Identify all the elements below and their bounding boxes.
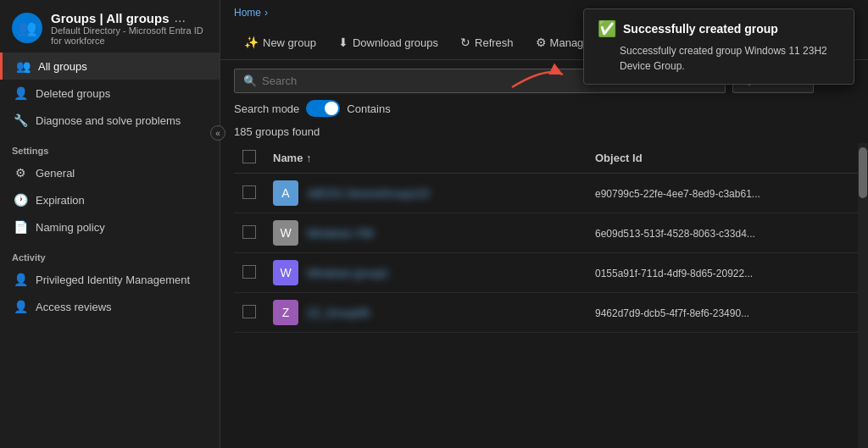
sidebar: 👥 Groups | All groups ... Default Direct… xyxy=(0,0,220,448)
select-all-checkbox[interactable] xyxy=(242,150,256,163)
sidebar-collapse-btn[interactable]: « xyxy=(210,125,225,141)
search-mode-value: Contains xyxy=(347,102,390,115)
groups-table: Name ↑ Object Id A ABCD1 DeviceGroup123 … xyxy=(234,143,868,333)
download-icon: ⬇ xyxy=(338,36,348,49)
group-name[interactable]: ZZ_Group99 xyxy=(307,307,370,319)
group-name[interactable]: Windows-768 xyxy=(307,227,374,240)
activity-section-title: Activity xyxy=(0,241,220,266)
toast-title: Successfully created group xyxy=(623,22,778,36)
sidebar-item-expiration[interactable]: 🕐 Expiration xyxy=(0,186,220,213)
group-name-cell: W Windows-768 xyxy=(273,220,578,246)
search-mode-row: Search mode Contains xyxy=(234,100,854,117)
search-mode-toggle[interactable] xyxy=(306,100,340,117)
app-icon: 👥 xyxy=(12,13,42,43)
row-checkbox-0[interactable] xyxy=(242,185,256,199)
table-row: W Windows group1 0155a91f-711d-4df9-8d65… xyxy=(234,253,868,293)
table-header-row: Name ↑ Object Id xyxy=(234,143,868,174)
row-checkbox-1[interactable] xyxy=(242,225,256,239)
pim-icon: 👤 xyxy=(12,273,29,286)
sidebar-item-access-reviews[interactable]: 👤 Access reviews xyxy=(0,293,220,320)
search-icon: 🔍 xyxy=(243,75,257,87)
refresh-icon: ↻ xyxy=(460,36,470,49)
sidebar-item-deleted-groups[interactable]: 👤 Deleted groups xyxy=(0,80,220,107)
more-options-icon[interactable]: ... xyxy=(174,10,185,25)
group-name[interactable]: Windows group1 xyxy=(307,267,389,279)
table-row: Z ZZ_Group99 9462d7d9-dcb5-4f7f-8ef6-234… xyxy=(234,293,868,333)
settings-section-title: Settings xyxy=(0,134,220,159)
page-title: Groups | All groups xyxy=(51,11,169,25)
toast-header: ✅ Successfully created group xyxy=(598,19,840,38)
toast-body: Successfully created group Windows 11 23… xyxy=(598,43,840,74)
manage-view-icon: ⚙ xyxy=(536,36,547,49)
sidebar-item-pim[interactable]: 👤 Privileged Identity Management xyxy=(0,266,220,293)
header-objectid[interactable]: Object Id xyxy=(587,143,868,174)
table-row: A ABCD1 DeviceGroup123 e90799c5-22fe-4ee… xyxy=(234,174,868,213)
naming-policy-icon: 📄 xyxy=(12,220,29,234)
sidebar-item-diagnose[interactable]: 🔧 Diagnose and solve problems xyxy=(0,107,220,134)
refresh-button[interactable]: ↻ Refresh xyxy=(450,30,524,54)
expiration-icon: 🕐 xyxy=(12,193,29,207)
breadcrumb-home[interactable]: Home xyxy=(234,7,261,19)
table-wrapper: Name ↑ Object Id A ABCD1 DeviceGroup123 … xyxy=(234,143,868,448)
breadcrumb-separator: › xyxy=(264,7,268,19)
table-area: Name ↑ Object Id A ABCD1 DeviceGroup123 … xyxy=(220,143,868,448)
row-checkbox-2[interactable] xyxy=(242,265,256,279)
group-name-cell: A ABCD1 DeviceGroup123 xyxy=(273,180,578,206)
header-checkbox-col xyxy=(234,143,264,174)
scroll-thumb[interactable] xyxy=(859,147,867,198)
main-content: Home › ✨ New group ⬇ Download groups ↻ R… xyxy=(220,0,868,448)
scrollbar[interactable] xyxy=(858,143,868,448)
table-row: W Windows-768 6e09d513-513f-4528-8063-c3… xyxy=(234,213,868,253)
sidebar-item-general[interactable]: ⚙ General xyxy=(0,159,220,186)
result-count: 185 groups found xyxy=(220,122,868,143)
new-group-icon: ✨ xyxy=(244,36,259,49)
group-avatar: Z xyxy=(273,300,298,325)
object-id: 9462d7d9-dcb5-4f7f-8ef6-23490... xyxy=(595,307,749,319)
diagnose-icon: 🔧 xyxy=(12,113,29,127)
header-name[interactable]: Name ↑ xyxy=(264,143,587,174)
toast-success-icon: ✅ xyxy=(598,19,616,38)
all-groups-icon: 👥 xyxy=(14,59,31,73)
general-icon: ⚙ xyxy=(12,166,29,180)
group-name-cell: Z ZZ_Group99 xyxy=(273,300,578,325)
group-name-cell: W Windows group1 xyxy=(273,260,578,285)
sidebar-item-naming-policy[interactable]: 📄 Naming policy xyxy=(0,213,220,241)
sidebar-header: 👥 Groups | All groups ... Default Direct… xyxy=(0,0,220,53)
group-avatar: W xyxy=(273,260,298,285)
page-subtitle: Default Directory - Microsoft Entra ID f… xyxy=(51,25,208,46)
object-id: e90799c5-22fe-4ee7-8ed9-c3ab61... xyxy=(595,188,760,200)
new-group-button[interactable]: ✨ New group xyxy=(234,30,326,54)
object-id: 6e09d513-513f-4528-8063-c33d4... xyxy=(595,228,755,240)
toast-arrow xyxy=(504,58,571,94)
sidebar-item-all-groups[interactable]: 👥 All groups xyxy=(0,53,220,80)
group-avatar: W xyxy=(273,220,298,246)
search-mode-label: Search mode xyxy=(234,102,299,115)
deleted-groups-icon: 👤 xyxy=(12,86,29,100)
toast-notification: ✅ Successfully created group Successfull… xyxy=(583,8,854,85)
group-avatar: A xyxy=(273,180,298,206)
download-groups-button[interactable]: ⬇ Download groups xyxy=(328,30,448,54)
access-reviews-icon: 👤 xyxy=(12,300,29,313)
row-checkbox-3[interactable] xyxy=(242,305,256,318)
object-id: 0155a91f-711d-4df9-8d65-20922... xyxy=(595,268,753,279)
group-name[interactable]: ABCD1 DeviceGroup123 xyxy=(307,187,430,200)
